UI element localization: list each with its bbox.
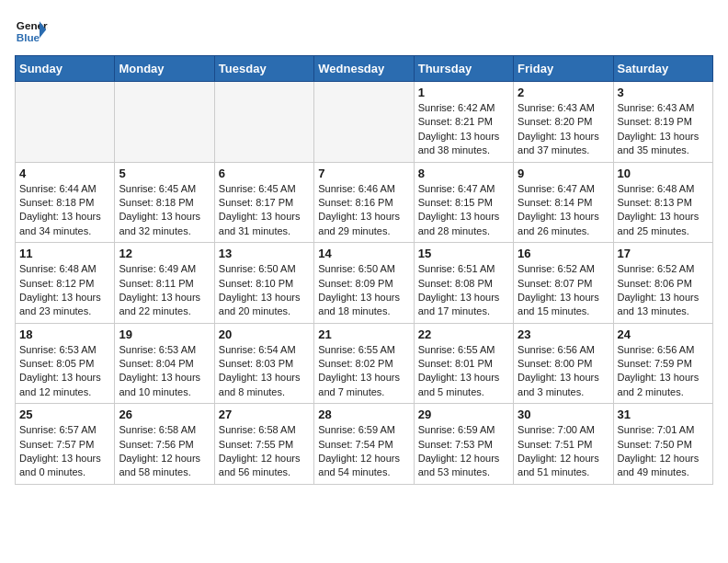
day-info: Sunrise: 6:55 AM Sunset: 8:02 PM Dayligh… — [318, 343, 409, 400]
calendar-cell: 23Sunrise: 6:56 AM Sunset: 8:00 PM Dayli… — [514, 323, 613, 404]
calendar-cell: 10Sunrise: 6:48 AM Sunset: 8:13 PM Dayli… — [613, 162, 712, 243]
day-info: Sunrise: 6:45 AM Sunset: 8:17 PM Dayligh… — [219, 182, 310, 239]
day-number: 31 — [618, 408, 709, 421]
day-header-saturday: Saturday — [613, 56, 712, 82]
day-number: 24 — [618, 327, 709, 341]
day-number: 6 — [219, 167, 310, 180]
day-number: 26 — [119, 408, 210, 421]
svg-text:Blue: Blue — [17, 31, 40, 43]
calendar-cell: 6Sunrise: 6:45 AM Sunset: 8:17 PM Daylig… — [214, 162, 313, 243]
day-number: 10 — [618, 167, 709, 180]
calendar-cell: 9Sunrise: 6:47 AM Sunset: 8:14 PM Daylig… — [514, 162, 613, 243]
day-header-thursday: Thursday — [414, 56, 513, 82]
day-number: 17 — [618, 247, 709, 260]
day-number: 22 — [418, 327, 509, 341]
day-number: 28 — [318, 408, 409, 421]
day-number: 19 — [119, 327, 210, 341]
day-info: Sunrise: 6:43 AM Sunset: 8:19 PM Dayligh… — [618, 101, 709, 158]
calendar-cell: 31Sunrise: 7:01 AM Sunset: 7:50 PM Dayli… — [613, 404, 712, 485]
calendar-cell: 5Sunrise: 6:45 AM Sunset: 8:18 PM Daylig… — [115, 162, 214, 243]
day-info: Sunrise: 6:54 AM Sunset: 8:03 PM Dayligh… — [219, 343, 310, 400]
calendar-cell: 14Sunrise: 6:50 AM Sunset: 8:09 PM Dayli… — [314, 243, 414, 324]
week-row-1: 1Sunrise: 6:42 AM Sunset: 8:21 PM Daylig… — [16, 82, 713, 163]
calendar-cell: 1Sunrise: 6:42 AM Sunset: 8:21 PM Daylig… — [414, 82, 513, 163]
day-number: 25 — [19, 408, 110, 421]
day-info: Sunrise: 7:00 AM Sunset: 7:51 PM Dayligh… — [518, 423, 609, 480]
day-info: Sunrise: 6:51 AM Sunset: 8:08 PM Dayligh… — [418, 262, 509, 319]
day-info: Sunrise: 6:58 AM Sunset: 7:56 PM Dayligh… — [119, 423, 210, 480]
calendar-cell: 4Sunrise: 6:44 AM Sunset: 8:18 PM Daylig… — [16, 162, 115, 243]
day-info: Sunrise: 6:56 AM Sunset: 8:00 PM Dayligh… — [518, 343, 609, 400]
day-number: 27 — [219, 408, 310, 421]
day-info: Sunrise: 6:52 AM Sunset: 8:06 PM Dayligh… — [618, 262, 709, 319]
calendar-cell: 27Sunrise: 6:58 AM Sunset: 7:55 PM Dayli… — [214, 404, 313, 485]
day-info: Sunrise: 6:52 AM Sunset: 8:07 PM Dayligh… — [518, 262, 609, 319]
day-number: 2 — [518, 86, 609, 99]
day-number: 29 — [418, 408, 509, 421]
week-row-3: 11Sunrise: 6:48 AM Sunset: 8:12 PM Dayli… — [16, 243, 713, 324]
calendar-cell: 18Sunrise: 6:53 AM Sunset: 8:05 PM Dayli… — [16, 323, 115, 404]
day-number: 20 — [219, 327, 310, 341]
day-info: Sunrise: 6:59 AM Sunset: 7:53 PM Dayligh… — [418, 423, 509, 480]
day-info: Sunrise: 6:43 AM Sunset: 8:20 PM Dayligh… — [518, 101, 609, 158]
week-row-2: 4Sunrise: 6:44 AM Sunset: 8:18 PM Daylig… — [16, 162, 713, 243]
day-number: 23 — [518, 327, 609, 341]
calendar-cell: 22Sunrise: 6:55 AM Sunset: 8:01 PM Dayli… — [414, 323, 513, 404]
day-header-tuesday: Tuesday — [214, 56, 313, 82]
day-number: 7 — [318, 167, 409, 180]
day-info: Sunrise: 6:44 AM Sunset: 8:18 PM Dayligh… — [19, 182, 110, 239]
calendar-cell: 2Sunrise: 6:43 AM Sunset: 8:20 PM Daylig… — [514, 82, 613, 163]
calendar-cell: 29Sunrise: 6:59 AM Sunset: 7:53 PM Dayli… — [414, 404, 513, 485]
calendar-cell: 16Sunrise: 6:52 AM Sunset: 8:07 PM Dayli… — [514, 243, 613, 324]
day-info: Sunrise: 6:42 AM Sunset: 8:21 PM Dayligh… — [418, 101, 509, 158]
day-info: Sunrise: 6:45 AM Sunset: 8:18 PM Dayligh… — [119, 182, 210, 239]
calendar-cell: 8Sunrise: 6:47 AM Sunset: 8:15 PM Daylig… — [414, 162, 513, 243]
day-header-wednesday: Wednesday — [314, 56, 414, 82]
day-number: 12 — [119, 247, 210, 260]
day-header-sunday: Sunday — [16, 56, 115, 82]
day-header-monday: Monday — [115, 56, 214, 82]
day-number: 13 — [219, 247, 310, 260]
calendar-cell — [16, 82, 115, 163]
day-info: Sunrise: 6:50 AM Sunset: 8:09 PM Dayligh… — [318, 262, 409, 319]
calendar-cell — [214, 82, 313, 163]
day-info: Sunrise: 7:01 AM Sunset: 7:50 PM Dayligh… — [618, 423, 709, 480]
calendar-cell: 28Sunrise: 6:59 AM Sunset: 7:54 PM Dayli… — [314, 404, 414, 485]
day-info: Sunrise: 6:57 AM Sunset: 7:57 PM Dayligh… — [19, 423, 110, 480]
day-number: 9 — [518, 167, 609, 180]
day-info: Sunrise: 6:48 AM Sunset: 8:13 PM Dayligh… — [618, 182, 709, 239]
day-info: Sunrise: 6:50 AM Sunset: 8:10 PM Dayligh… — [219, 262, 310, 319]
calendar: SundayMondayTuesdayWednesdayThursdayFrid… — [15, 55, 713, 485]
week-row-4: 18Sunrise: 6:53 AM Sunset: 8:05 PM Dayli… — [16, 323, 713, 404]
day-number: 1 — [418, 86, 509, 99]
calendar-cell: 30Sunrise: 7:00 AM Sunset: 7:51 PM Dayli… — [514, 404, 613, 485]
calendar-cell: 11Sunrise: 6:48 AM Sunset: 8:12 PM Dayli… — [16, 243, 115, 324]
day-info: Sunrise: 6:49 AM Sunset: 8:11 PM Dayligh… — [119, 262, 210, 319]
day-number: 16 — [518, 247, 609, 260]
calendar-cell: 26Sunrise: 6:58 AM Sunset: 7:56 PM Dayli… — [115, 404, 214, 485]
calendar-cell — [314, 82, 414, 163]
day-number: 5 — [119, 167, 210, 180]
calendar-cell: 20Sunrise: 6:54 AM Sunset: 8:03 PM Dayli… — [214, 323, 313, 404]
calendar-cell: 24Sunrise: 6:56 AM Sunset: 7:59 PM Dayli… — [613, 323, 712, 404]
calendar-cell: 7Sunrise: 6:46 AM Sunset: 8:16 PM Daylig… — [314, 162, 414, 243]
day-info: Sunrise: 6:46 AM Sunset: 8:16 PM Dayligh… — [318, 182, 409, 239]
day-info: Sunrise: 6:47 AM Sunset: 8:14 PM Dayligh… — [518, 182, 609, 239]
day-number: 11 — [19, 247, 110, 260]
calendar-cell: 25Sunrise: 6:57 AM Sunset: 7:57 PM Dayli… — [16, 404, 115, 485]
calendar-cell: 19Sunrise: 6:53 AM Sunset: 8:04 PM Dayli… — [115, 323, 214, 404]
day-number: 8 — [418, 167, 509, 180]
day-info: Sunrise: 6:55 AM Sunset: 8:01 PM Dayligh… — [418, 343, 509, 400]
day-header-friday: Friday — [514, 56, 613, 82]
calendar-cell — [115, 82, 214, 163]
calendar-cell: 17Sunrise: 6:52 AM Sunset: 8:06 PM Dayli… — [613, 243, 712, 324]
day-info: Sunrise: 6:53 AM Sunset: 8:05 PM Dayligh… — [19, 343, 110, 400]
day-info: Sunrise: 6:53 AM Sunset: 8:04 PM Dayligh… — [119, 343, 210, 400]
week-row-5: 25Sunrise: 6:57 AM Sunset: 7:57 PM Dayli… — [16, 404, 713, 485]
day-number: 4 — [19, 167, 110, 180]
day-info: Sunrise: 6:48 AM Sunset: 8:12 PM Dayligh… — [19, 262, 110, 319]
day-info: Sunrise: 6:59 AM Sunset: 7:54 PM Dayligh… — [318, 423, 409, 480]
logo: General Blue — [15, 15, 48, 48]
day-number: 21 — [318, 327, 409, 341]
day-info: Sunrise: 6:47 AM Sunset: 8:15 PM Dayligh… — [418, 182, 509, 239]
